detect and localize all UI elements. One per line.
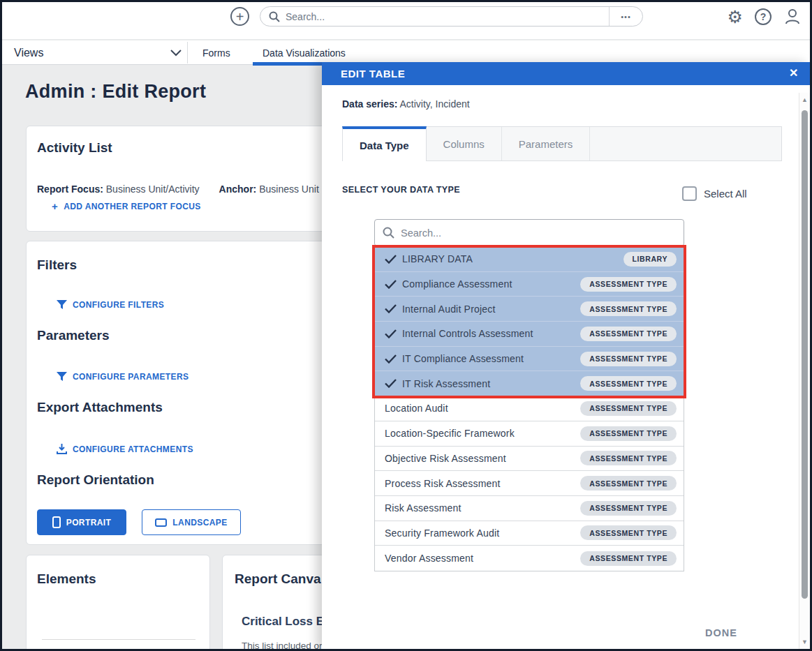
report-focus: Report Focus: Business Unit/Activity <box>37 184 200 195</box>
scrollbar-thumb[interactable] <box>802 110 808 599</box>
views-dropdown[interactable]: Views <box>14 40 182 65</box>
data-type-row[interactable]: Process Risk Assessment ASSESSMENT TYPE <box>375 471 684 496</box>
panel-tab-label: Data Type <box>360 140 409 151</box>
checkmark-icon <box>385 304 402 313</box>
elements-card: Elements <box>26 555 210 651</box>
anchor: Anchor: Business Unit <box>219 184 319 195</box>
data-type-badge: ASSESSMENT TYPE <box>580 451 677 465</box>
data-type-row[interactable]: Objective Risk Assessment ASSESSMENT TYP… <box>375 447 684 472</box>
export-attachments-title: Export Attachments <box>37 400 163 415</box>
checkmark-icon <box>385 354 402 364</box>
data-type-label: LIBRARY DATA <box>402 253 623 264</box>
data-type-badge: ASSESSMENT TYPE <box>580 376 677 391</box>
help-icon[interactable]: ? <box>755 8 772 25</box>
data-type-label: IT Risk Assessment <box>402 378 580 389</box>
global-search: ••• <box>260 6 643 27</box>
select-data-type-label: SELECT YOUR DATA TYPE <box>342 185 460 195</box>
panel-tabs: Data Type Columns Parameters <box>342 126 782 161</box>
canvas-element-description: This list included or <box>242 641 323 651</box>
data-type-label: Vendor Assessment <box>385 553 580 564</box>
done-button[interactable]: DONE <box>705 627 737 638</box>
data-type-search <box>374 219 684 246</box>
landscape-label: LANDSCAPE <box>172 518 227 527</box>
data-type-row[interactable]: Security Framework Audit ASSESSMENT TYPE <box>375 521 684 546</box>
add-report-focus-label: ADD ANOTHER REPORT FOCUS <box>64 202 201 211</box>
tab-forms-label: Forms <box>202 47 230 59</box>
panel-scrollbar[interactable]: ▲ ▼ <box>799 93 810 649</box>
data-type-row[interactable]: Internal Controls Assessment ASSESSMENT … <box>375 322 684 347</box>
data-type-search-input[interactable] <box>394 227 684 239</box>
configure-filters-link[interactable]: CONFIGURE FILTERS <box>57 300 164 310</box>
select-all-checkbox[interactable] <box>682 186 697 201</box>
data-type-label: Security Framework Audit <box>385 527 580 539</box>
checkmark-icon <box>385 255 402 264</box>
scroll-up-icon[interactable]: ▲ <box>799 96 810 103</box>
data-type-row[interactable]: Risk Assessment ASSESSMENT TYPE <box>375 496 684 521</box>
panel-tab[interactable]: Parameters <box>502 127 591 160</box>
data-series: Data series: Activity, Incident <box>342 98 470 110</box>
landscape-button[interactable]: LANDSCAPE <box>142 509 241 535</box>
panel-tab[interactable]: Columns <box>427 127 502 160</box>
portrait-button[interactable]: PORTRAIT <box>37 509 126 535</box>
settings-gear-icon[interactable]: ⚙ <box>728 8 743 26</box>
report-canvas-title: Report Canva <box>235 571 321 587</box>
data-type-label: IT Compliance Assessment <box>402 353 580 364</box>
panel-tab[interactable]: Data Type <box>342 126 427 161</box>
top-right-icons: ⚙ ? <box>728 8 802 26</box>
data-type-badge: ASSESSMENT TYPE <box>580 327 677 341</box>
landscape-icon <box>155 518 167 527</box>
tab-forms[interactable]: Forms <box>202 40 230 65</box>
download-icon <box>57 444 67 454</box>
search-options-button[interactable]: ••• <box>609 7 642 26</box>
configure-filters-label: CONFIGURE FILTERS <box>73 300 164 310</box>
data-type-row[interactable]: Location-Specific Framework ASSESSMENT T… <box>375 421 684 447</box>
data-type-badge: ASSESSMENT TYPE <box>580 277 677 292</box>
tab-data-visualizations[interactable]: Data Visualizations <box>263 40 346 65</box>
data-type-row[interactable]: LIBRARY DATA LIBRARY <box>375 247 684 272</box>
tabbar-divider <box>187 42 188 63</box>
data-type-label: Compliance Assessment <box>402 278 580 290</box>
data-type-row[interactable]: IT Risk Assessment ASSESSMENT TYPE <box>375 371 684 396</box>
data-type-row[interactable]: Internal Audit Project ASSESSMENT TYPE <box>375 297 684 322</box>
configure-parameters-label: CONFIGURE PARAMETERS <box>73 372 189 382</box>
data-series-value: Activity, Incident <box>400 98 470 110</box>
search-icon <box>383 227 394 239</box>
panel-tab-label: Columns <box>443 138 485 150</box>
anchor-value: Business Unit <box>259 184 319 195</box>
add-icon[interactable]: + <box>230 7 249 26</box>
parameters-title: Parameters <box>37 328 110 343</box>
data-type-badge: ASSESSMENT TYPE <box>580 301 677 316</box>
configure-attachments-link[interactable]: CONFIGURE ATTACHMENTS <box>57 444 193 454</box>
data-type-row[interactable]: Vendor Assessment ASSESSMENT TYPE <box>375 546 684 571</box>
close-icon[interactable]: ✕ <box>789 66 799 80</box>
data-type-badge: LIBRARY <box>623 252 677 267</box>
checkmark-icon <box>385 280 402 289</box>
page-title: Admin : Edit Report <box>25 81 206 103</box>
configure-attachments-label: CONFIGURE ATTACHMENTS <box>73 444 193 454</box>
user-profile-icon[interactable] <box>783 8 802 26</box>
tab-data-visualizations-label: Data Visualizations <box>263 47 346 59</box>
scroll-down-icon[interactable]: ▼ <box>799 638 810 645</box>
app-window: + ••• ⚙ ? Views Forms Data V <box>0 0 812 651</box>
filter-icon <box>57 300 67 310</box>
checkmark-icon <box>385 329 402 338</box>
report-focus-value: Business Unit/Activity <box>106 184 200 195</box>
data-type-badge: ASSESSMENT TYPE <box>580 352 677 366</box>
data-type-row[interactable]: IT Compliance Assessment ASSESSMENT TYPE <box>375 347 684 372</box>
data-type-label: Internal Audit Project <box>402 304 580 315</box>
edit-table-header: EDIT TABLE ✕ <box>322 62 810 85</box>
search-input[interactable] <box>280 11 609 22</box>
report-orientation-title: Report Orientation <box>37 472 154 488</box>
panel-tab-label: Parameters <box>519 138 573 150</box>
data-series-label: Data series: <box>342 98 397 110</box>
add-report-focus-link[interactable]: + ADD ANOTHER REPORT FOCUS <box>52 200 201 212</box>
data-type-row[interactable]: Location Audit ASSESSMENT TYPE <box>375 396 684 421</box>
select-all-control[interactable]: Select All <box>682 186 747 201</box>
portrait-label: PORTRAIT <box>66 518 112 527</box>
plus-icon: + <box>52 200 58 212</box>
data-type-badge: ASSESSMENT TYPE <box>580 501 677 516</box>
data-type-row[interactable]: Compliance Assessment ASSESSMENT TYPE <box>375 272 684 297</box>
data-type-label: Risk Assessment <box>385 502 580 514</box>
data-type-badge: ASSESSMENT TYPE <box>580 426 677 441</box>
configure-parameters-link[interactable]: CONFIGURE PARAMETERS <box>57 372 189 382</box>
